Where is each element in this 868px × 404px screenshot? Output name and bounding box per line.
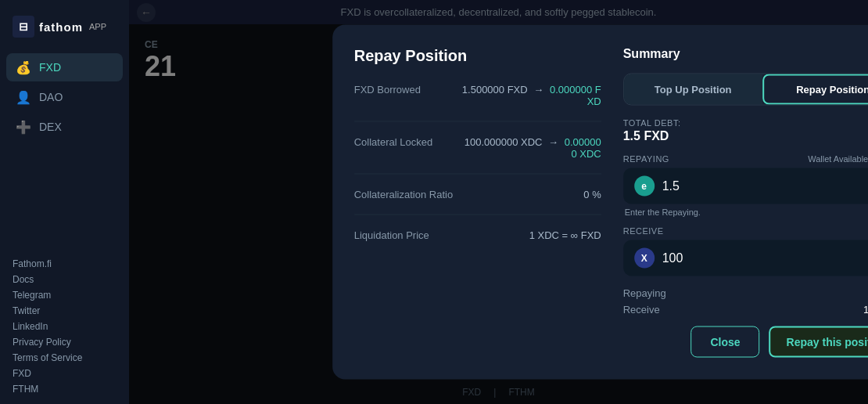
xdc-token-icon: X xyxy=(634,248,655,269)
collateralization-ratio-label: Collateralization Ratio xyxy=(354,189,453,200)
total-debt-label: TOTAL DEBT: xyxy=(623,118,868,128)
receive-input-box: X 100 xyxy=(623,240,868,276)
summary-title: Summary xyxy=(623,47,868,61)
receive-label: RECEIVE xyxy=(623,226,868,236)
repaying-summary-row: Repaying 1.5 FXD xyxy=(623,287,868,299)
liquidation-price-label: Liquidation Price xyxy=(354,229,429,241)
footer-link-twitter[interactable]: Twitter xyxy=(13,305,117,316)
footer-link-fxd[interactable]: FXD xyxy=(13,368,117,379)
footer-link-fthm[interactable]: FTHM xyxy=(13,384,117,395)
receive-summary-label: Receive xyxy=(623,304,660,316)
modal-left: Repay Position FXD Borrowed 1.500000 FXD… xyxy=(354,47,601,358)
repaying-input-box: e 1.5 Max xyxy=(623,168,868,204)
fxd-icon: 💰 xyxy=(16,60,31,75)
collateral-locked-value: 100.000000 XDC → 0.00000 0 XDC xyxy=(464,136,601,160)
footer-link-docs[interactable]: Docs xyxy=(13,274,117,285)
wallet-available: Wallet Available: 1.5 FXD xyxy=(808,154,868,164)
receive-summary-row: Receive 100 XDC xyxy=(623,304,868,316)
summary-rows: Repaying 1.5 FXD Receive 100 XDC xyxy=(623,287,868,316)
liquidation-price-value: 1 XDC = ∞ FXD xyxy=(529,229,601,241)
main-area: ← FXD is overcollateralized, decentraliz… xyxy=(129,0,868,404)
receive-summary-value: 100 XDC xyxy=(863,304,868,316)
repay-position-button[interactable]: Repay this position xyxy=(769,326,868,358)
dex-icon: ➕ xyxy=(16,119,31,135)
repaying-hint: Enter the Repaying. xyxy=(623,207,868,217)
dao-icon: 👤 xyxy=(16,89,31,105)
sidebar-item-dao[interactable]: 👤 DAO xyxy=(6,83,123,111)
modal-title: Repay Position xyxy=(354,47,601,65)
sidebar-item-dex[interactable]: ➕ DEX xyxy=(6,113,123,141)
footer-link-linkedin[interactable]: LinkedIn xyxy=(13,321,117,332)
logo-name: fathom xyxy=(39,20,83,34)
liquidation-price-row: Liquidation Price 1 XDC = ∞ FXD xyxy=(354,229,601,255)
fxd-borrowed-label: FXD Borrowed xyxy=(354,84,421,96)
collateralization-ratio-row: Collateralization Ratio 0 % xyxy=(354,189,601,215)
fxd-borrowed-row: FXD Borrowed 1.500000 FXD → 0.000000 F X… xyxy=(354,84,601,122)
logo-icon: ⊟ xyxy=(13,16,34,38)
repaying-label: REPAYING xyxy=(623,154,669,164)
sidebar-label-dex: DEX xyxy=(39,121,62,133)
collateral-locked-label: Collateral Locked xyxy=(354,136,432,148)
fxd-borrowed-value: 1.500000 FXD → 0.000000 F XD xyxy=(462,84,601,107)
modal-footer: Close Repay this position xyxy=(623,326,868,358)
logo-app-label: APP xyxy=(89,22,106,31)
sidebar-nav: 💰 FXD 👤 DAO ➕ DEX xyxy=(0,53,129,249)
tab-buttons: Top Up Position Repay Position xyxy=(623,74,868,106)
repaying-header: REPAYING Wallet Available: 1.5 FXD xyxy=(623,154,868,164)
footer-link-telegram[interactable]: Telegram xyxy=(13,290,117,301)
sidebar-label-dao: DAO xyxy=(39,91,63,103)
logo: ⊟ fathom APP xyxy=(0,8,129,53)
modal-right: Summary Top Up Position Repay Position T… xyxy=(623,47,868,358)
sidebar: ⊟ fathom APP 💰 FXD 👤 DAO ➕ DEX Fathom.fi… xyxy=(0,0,129,404)
sidebar-footer: Fathom.fi Docs Telegram Twitter LinkedIn… xyxy=(0,249,129,404)
tab-repay[interactable]: Repay Position xyxy=(762,74,868,105)
fxd-token-icon: e xyxy=(634,176,655,197)
sidebar-label-fxd: FXD xyxy=(39,61,61,74)
total-debt-value: 1.5 FXD xyxy=(623,129,868,143)
repaying-summary-label: Repaying xyxy=(623,287,666,299)
repay-modal: × Repay Position FXD Borrowed 1.500000 F… xyxy=(332,25,868,380)
footer-link-fathom[interactable]: Fathom.fi xyxy=(13,258,117,269)
sidebar-item-fxd[interactable]: 💰 FXD xyxy=(6,53,123,81)
collateralization-ratio-value: 0 % xyxy=(583,189,601,200)
tab-top-up[interactable]: Top Up Position xyxy=(624,74,762,105)
footer-link-privacy[interactable]: Privacy Policy xyxy=(13,337,117,348)
collateral-locked-row: Collateral Locked 100.000000 XDC → 0.000… xyxy=(354,136,601,175)
repaying-input[interactable]: 1.5 xyxy=(662,179,866,193)
footer-link-terms[interactable]: Terms of Service xyxy=(13,352,117,363)
receive-value: 100 xyxy=(662,251,868,265)
close-modal-button[interactable]: Close xyxy=(690,326,759,358)
